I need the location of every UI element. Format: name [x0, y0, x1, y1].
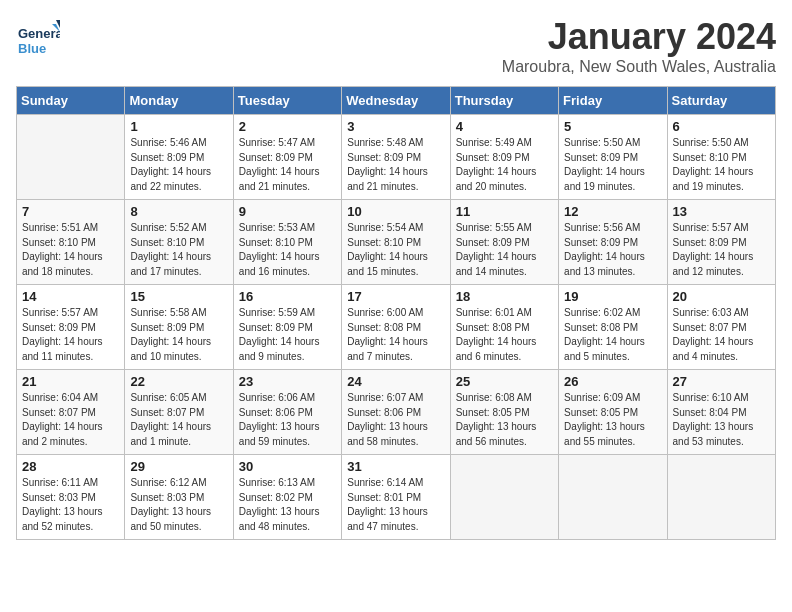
- calendar-cell: 15Sunrise: 5:58 AM Sunset: 8:09 PM Dayli…: [125, 285, 233, 370]
- day-info: Sunrise: 6:08 AM Sunset: 8:05 PM Dayligh…: [456, 391, 553, 449]
- calendar-cell: 16Sunrise: 5:59 AM Sunset: 8:09 PM Dayli…: [233, 285, 341, 370]
- day-number: 12: [564, 204, 661, 219]
- day-number: 23: [239, 374, 336, 389]
- calendar-cell: 26Sunrise: 6:09 AM Sunset: 8:05 PM Dayli…: [559, 370, 667, 455]
- calendar-cell: 14Sunrise: 5:57 AM Sunset: 8:09 PM Dayli…: [17, 285, 125, 370]
- day-number: 16: [239, 289, 336, 304]
- day-number: 26: [564, 374, 661, 389]
- calendar-cell: 27Sunrise: 6:10 AM Sunset: 8:04 PM Dayli…: [667, 370, 775, 455]
- day-number: 24: [347, 374, 444, 389]
- day-info: Sunrise: 6:11 AM Sunset: 8:03 PM Dayligh…: [22, 476, 119, 534]
- day-info: Sunrise: 6:00 AM Sunset: 8:08 PM Dayligh…: [347, 306, 444, 364]
- day-info: Sunrise: 5:48 AM Sunset: 8:09 PM Dayligh…: [347, 136, 444, 194]
- calendar-cell: 1Sunrise: 5:46 AM Sunset: 8:09 PM Daylig…: [125, 115, 233, 200]
- day-info: Sunrise: 5:57 AM Sunset: 8:09 PM Dayligh…: [673, 221, 770, 279]
- day-info: Sunrise: 6:01 AM Sunset: 8:08 PM Dayligh…: [456, 306, 553, 364]
- day-info: Sunrise: 6:03 AM Sunset: 8:07 PM Dayligh…: [673, 306, 770, 364]
- day-info: Sunrise: 5:50 AM Sunset: 8:09 PM Dayligh…: [564, 136, 661, 194]
- day-header-wednesday: Wednesday: [342, 87, 450, 115]
- calendar-cell: 6Sunrise: 5:50 AM Sunset: 8:10 PM Daylig…: [667, 115, 775, 200]
- day-header-monday: Monday: [125, 87, 233, 115]
- day-number: 8: [130, 204, 227, 219]
- day-number: 21: [22, 374, 119, 389]
- calendar-week-row: 7Sunrise: 5:51 AM Sunset: 8:10 PM Daylig…: [17, 200, 776, 285]
- day-info: Sunrise: 5:47 AM Sunset: 8:09 PM Dayligh…: [239, 136, 336, 194]
- calendar-cell: 28Sunrise: 6:11 AM Sunset: 8:03 PM Dayli…: [17, 455, 125, 540]
- calendar-cell: 25Sunrise: 6:08 AM Sunset: 8:05 PM Dayli…: [450, 370, 558, 455]
- day-number: 4: [456, 119, 553, 134]
- day-number: 19: [564, 289, 661, 304]
- calendar-week-row: 14Sunrise: 5:57 AM Sunset: 8:09 PM Dayli…: [17, 285, 776, 370]
- calendar-cell: 23Sunrise: 6:06 AM Sunset: 8:06 PM Dayli…: [233, 370, 341, 455]
- day-number: 15: [130, 289, 227, 304]
- day-info: Sunrise: 6:07 AM Sunset: 8:06 PM Dayligh…: [347, 391, 444, 449]
- calendar-cell: [667, 455, 775, 540]
- calendar-header-row: SundayMondayTuesdayWednesdayThursdayFrid…: [17, 87, 776, 115]
- calendar-cell: 22Sunrise: 6:05 AM Sunset: 8:07 PM Dayli…: [125, 370, 233, 455]
- day-number: 30: [239, 459, 336, 474]
- calendar-cell: 20Sunrise: 6:03 AM Sunset: 8:07 PM Dayli…: [667, 285, 775, 370]
- day-number: 29: [130, 459, 227, 474]
- day-info: Sunrise: 5:57 AM Sunset: 8:09 PM Dayligh…: [22, 306, 119, 364]
- day-info: Sunrise: 5:55 AM Sunset: 8:09 PM Dayligh…: [456, 221, 553, 279]
- day-info: Sunrise: 6:10 AM Sunset: 8:04 PM Dayligh…: [673, 391, 770, 449]
- location-title: Maroubra, New South Wales, Australia: [502, 58, 776, 76]
- day-info: Sunrise: 6:14 AM Sunset: 8:01 PM Dayligh…: [347, 476, 444, 534]
- day-number: 17: [347, 289, 444, 304]
- day-info: Sunrise: 6:05 AM Sunset: 8:07 PM Dayligh…: [130, 391, 227, 449]
- day-info: Sunrise: 5:56 AM Sunset: 8:09 PM Dayligh…: [564, 221, 661, 279]
- day-info: Sunrise: 5:52 AM Sunset: 8:10 PM Dayligh…: [130, 221, 227, 279]
- day-info: Sunrise: 6:09 AM Sunset: 8:05 PM Dayligh…: [564, 391, 661, 449]
- day-header-friday: Friday: [559, 87, 667, 115]
- day-number: 1: [130, 119, 227, 134]
- day-header-saturday: Saturday: [667, 87, 775, 115]
- day-number: 6: [673, 119, 770, 134]
- day-number: 7: [22, 204, 119, 219]
- calendar-cell: 2Sunrise: 5:47 AM Sunset: 8:09 PM Daylig…: [233, 115, 341, 200]
- day-info: Sunrise: 5:49 AM Sunset: 8:09 PM Dayligh…: [456, 136, 553, 194]
- day-number: 2: [239, 119, 336, 134]
- day-info: Sunrise: 6:06 AM Sunset: 8:06 PM Dayligh…: [239, 391, 336, 449]
- header: General Blue January 2024 Maroubra, New …: [16, 16, 776, 76]
- day-number: 25: [456, 374, 553, 389]
- day-number: 22: [130, 374, 227, 389]
- day-number: 10: [347, 204, 444, 219]
- day-number: 27: [673, 374, 770, 389]
- calendar-cell: 30Sunrise: 6:13 AM Sunset: 8:02 PM Dayli…: [233, 455, 341, 540]
- day-info: Sunrise: 5:54 AM Sunset: 8:10 PM Dayligh…: [347, 221, 444, 279]
- day-info: Sunrise: 6:04 AM Sunset: 8:07 PM Dayligh…: [22, 391, 119, 449]
- svg-text:Blue: Blue: [18, 41, 46, 56]
- day-header-thursday: Thursday: [450, 87, 558, 115]
- logo: General Blue: [16, 16, 64, 60]
- calendar-cell: 13Sunrise: 5:57 AM Sunset: 8:09 PM Dayli…: [667, 200, 775, 285]
- calendar-cell: 8Sunrise: 5:52 AM Sunset: 8:10 PM Daylig…: [125, 200, 233, 285]
- day-info: Sunrise: 5:51 AM Sunset: 8:10 PM Dayligh…: [22, 221, 119, 279]
- day-number: 3: [347, 119, 444, 134]
- calendar-cell: 21Sunrise: 6:04 AM Sunset: 8:07 PM Dayli…: [17, 370, 125, 455]
- logo-icon: General Blue: [16, 16, 60, 60]
- calendar-cell: 12Sunrise: 5:56 AM Sunset: 8:09 PM Dayli…: [559, 200, 667, 285]
- day-number: 18: [456, 289, 553, 304]
- calendar-cell: 24Sunrise: 6:07 AM Sunset: 8:06 PM Dayli…: [342, 370, 450, 455]
- day-number: 14: [22, 289, 119, 304]
- day-number: 9: [239, 204, 336, 219]
- day-number: 28: [22, 459, 119, 474]
- day-number: 11: [456, 204, 553, 219]
- day-info: Sunrise: 6:13 AM Sunset: 8:02 PM Dayligh…: [239, 476, 336, 534]
- day-info: Sunrise: 6:12 AM Sunset: 8:03 PM Dayligh…: [130, 476, 227, 534]
- calendar-cell: 18Sunrise: 6:01 AM Sunset: 8:08 PM Dayli…: [450, 285, 558, 370]
- day-header-sunday: Sunday: [17, 87, 125, 115]
- day-number: 20: [673, 289, 770, 304]
- calendar-cell: 17Sunrise: 6:00 AM Sunset: 8:08 PM Dayli…: [342, 285, 450, 370]
- month-title: January 2024: [502, 16, 776, 58]
- calendar-cell: [17, 115, 125, 200]
- day-number: 13: [673, 204, 770, 219]
- day-number: 5: [564, 119, 661, 134]
- calendar-week-row: 1Sunrise: 5:46 AM Sunset: 8:09 PM Daylig…: [17, 115, 776, 200]
- calendar-cell: 10Sunrise: 5:54 AM Sunset: 8:10 PM Dayli…: [342, 200, 450, 285]
- day-info: Sunrise: 5:50 AM Sunset: 8:10 PM Dayligh…: [673, 136, 770, 194]
- day-info: Sunrise: 6:02 AM Sunset: 8:08 PM Dayligh…: [564, 306, 661, 364]
- day-header-tuesday: Tuesday: [233, 87, 341, 115]
- day-info: Sunrise: 5:59 AM Sunset: 8:09 PM Dayligh…: [239, 306, 336, 364]
- svg-text:General: General: [18, 26, 60, 41]
